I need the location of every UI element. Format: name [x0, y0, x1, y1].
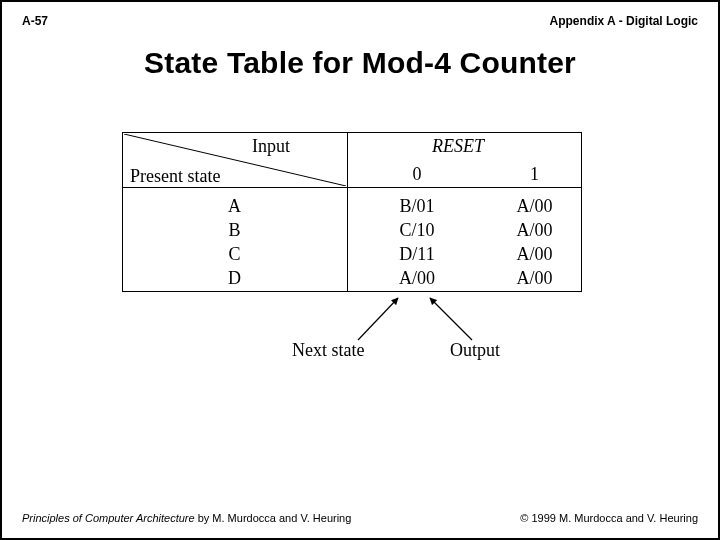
cell-r1c0: C/10 [347, 220, 487, 241]
slide-title: State Table for Mod-4 Counter [22, 46, 698, 80]
cell-r3c1: A/00 [487, 268, 582, 289]
svg-line-2 [430, 298, 472, 340]
reset-header: RESET [432, 136, 484, 157]
output-label: Output [450, 340, 500, 361]
table-divider-row [122, 187, 582, 188]
state-table-figure: Input RESET Present state 0 1 A B/01 A/0… [122, 132, 602, 372]
cell-r2c1: A/00 [487, 244, 582, 265]
cell-r2c0: D/11 [347, 244, 487, 265]
state-table: Input RESET Present state 0 1 A B/01 A/0… [122, 132, 582, 292]
book-citation: Principles of Computer Architecture by M… [22, 512, 351, 524]
book-title: Principles of Computer Architecture [22, 512, 195, 524]
next-state-label: Next state [292, 340, 364, 361]
cell-r0c1: A/00 [487, 196, 582, 217]
input-header: Input [252, 136, 290, 157]
table-border-top [122, 132, 582, 133]
annotation-arrows: Next state Output [122, 292, 582, 362]
present-state-header: Present state [130, 166, 220, 187]
col-header-1: 1 [487, 164, 582, 185]
state-cell: D [122, 268, 347, 289]
slide-frame: A-57 Appendix A - Digital Logic State Ta… [0, 0, 720, 540]
state-cell: B [122, 220, 347, 241]
cell-r0c0: B/01 [347, 196, 487, 217]
cell-r3c0: A/00 [347, 268, 487, 289]
state-cell: A [122, 196, 347, 217]
slide-footer: Principles of Computer Architecture by M… [22, 512, 698, 524]
page-number: A-57 [22, 14, 48, 28]
book-byline: by M. Murdocca and V. Heuring [195, 512, 352, 524]
cell-r1c1: A/00 [487, 220, 582, 241]
slide-header: A-57 Appendix A - Digital Logic [22, 14, 698, 28]
state-cell: C [122, 244, 347, 265]
col-header-0: 0 [347, 164, 487, 185]
svg-line-1 [358, 298, 398, 340]
copyright: © 1999 M. Murdocca and V. Heuring [520, 512, 698, 524]
appendix-title: Appendix A - Digital Logic [550, 14, 698, 28]
